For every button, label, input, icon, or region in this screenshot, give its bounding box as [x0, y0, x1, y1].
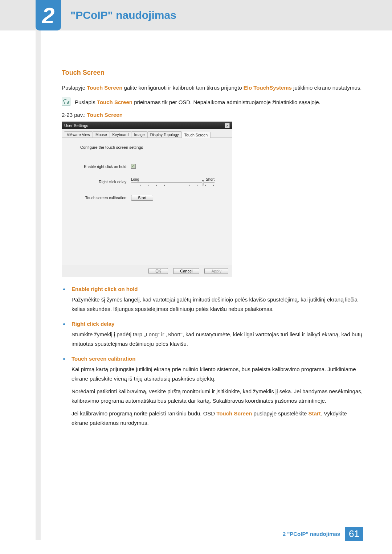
close-icon[interactable]: × — [225, 123, 230, 128]
highlight-start: Start — [309, 410, 321, 416]
highlight-touch-screen: Touch Screen — [87, 112, 123, 118]
row-calibration: Touch screen calibration: Start — [69, 195, 225, 201]
text: Puslapyje — [62, 85, 87, 91]
bullet-calibration: Touch screen calibration Kai pirmą kartą… — [62, 356, 363, 427]
slider-right-click-delay[interactable]: Long Short — [131, 177, 215, 186]
left-margin-stripe — [36, 30, 41, 540]
slider-track[interactable] — [131, 182, 215, 183]
text: prieinamas tik per OSD. Nepalaikoma admi… — [132, 99, 320, 105]
tab-mouse[interactable]: Mouse — [93, 131, 110, 138]
figure-caption: 2-23 pav.: Touch Screen — [62, 112, 363, 118]
text: galite konfigūruoti ir kalibruoti tam ti… — [122, 85, 244, 91]
bullet-title: Right click delay — [72, 321, 114, 327]
user-settings-dialog: User Settings × VMware View Mouse Keyboa… — [62, 122, 232, 277]
row-right-click-delay: Right click delay: Long Short — [69, 177, 225, 186]
highlight-touch-screen: Touch Screen — [87, 85, 122, 91]
page-footer: 2 "PCoIP" naudojimas 61 — [283, 527, 363, 541]
tab-image[interactable]: Image — [131, 131, 147, 138]
row-enable-right-click: Enable right click on hold: — [69, 164, 225, 169]
text: Jei kalibravimo programą norite paleisti… — [72, 410, 216, 416]
bullet-right-click-delay: Right click delay Stumkite žymeklį į pad… — [62, 321, 363, 348]
tab-display-topology[interactable]: Display Topology — [147, 131, 182, 138]
label-right-click-delay: Right click delay: — [69, 180, 131, 184]
dialog-section-heading: Configure the touch screen settings — [80, 145, 225, 149]
text: Norėdami patikrinti kalibravimą, veskite… — [72, 387, 363, 405]
bullet-dot-icon — [63, 358, 65, 360]
bullet-head: Touch screen calibration — [62, 356, 363, 362]
chapter-header: 2 "PCoIP" naudojimas — [0, 0, 392, 30]
dialog-titlebar: User Settings × — [62, 122, 232, 129]
start-button[interactable]: Start — [131, 195, 153, 201]
tab-row: VMware View Mouse Keyboard Image Display… — [62, 129, 232, 138]
dialog-footer: OK Cancel Apply — [62, 265, 232, 277]
slider-label-long: Long — [131, 177, 139, 181]
dialog-body: Configure the touch screen settings Enab… — [62, 138, 232, 265]
text: Puslapis — [75, 99, 97, 105]
footer-chapter-text: 2 "PCoIP" naudojimas — [283, 527, 345, 541]
bullet-dot-icon — [63, 288, 65, 290]
note: Puslapis Touch Screen prieinamas tik per… — [62, 98, 363, 107]
bullet-head: Right click delay — [62, 321, 363, 327]
apply-button[interactable]: Apply — [204, 268, 228, 274]
bullet-title: Enable right click on hold — [72, 286, 138, 292]
slider-label-short: Short — [206, 177, 215, 181]
note-text: Puslapis Touch Screen prieinamas tik per… — [75, 98, 320, 107]
section-heading: Touch Screen — [62, 69, 363, 77]
ok-button[interactable]: OK — [148, 268, 168, 274]
tab-keyboard[interactable]: Keyboard — [110, 131, 132, 138]
highlight-touch-screen: Touch Screen — [216, 410, 252, 416]
text: Jei kalibravimo programą norite paleisti… — [72, 409, 363, 427]
bullet-enable-right-click: Enable right click on hold Pažymėkite šį… — [62, 286, 363, 313]
note-icon — [62, 98, 70, 106]
chapter-title: "PCoIP" naudojimas — [70, 9, 176, 21]
text: jutiklinio ekrano nustatymus. — [292, 85, 362, 91]
label-calibration: Touch screen calibration: — [69, 196, 131, 200]
label-enable-right-click: Enable right click on hold: — [69, 164, 131, 169]
highlight-elo: Elo TouchSystems — [244, 85, 292, 91]
bullet-head: Enable right click on hold — [62, 286, 363, 292]
slider-thumb[interactable] — [202, 180, 204, 185]
chapter-number: 2 — [36, 0, 61, 30]
page-number: 61 — [345, 527, 363, 541]
bullet-dot-icon — [63, 323, 65, 325]
tab-touch-screen[interactable]: Touch Screen — [181, 132, 211, 138]
highlight-touch-screen: Touch Screen — [97, 99, 132, 105]
bullet-body: Kai pirmą kartą prijungsite jutiklinį ek… — [72, 365, 363, 427]
intro-paragraph: Puslapyje Touch Screen galite konfigūruo… — [62, 83, 363, 93]
bullet-title: Touch screen calibration — [72, 356, 135, 362]
text: puslapyje spustelėkite — [252, 410, 308, 416]
cancel-button[interactable]: Cancel — [173, 268, 199, 274]
bullet-body: Pažymėkite šį žymės langelį, kad vartoto… — [72, 295, 363, 313]
bullet-list: Enable right click on hold Pažymėkite šį… — [62, 286, 363, 427]
tab-vmware-view[interactable]: VMware View — [64, 131, 93, 138]
text: Stumkite žymeklį į padėtį tarp „Long" ir… — [72, 330, 363, 348]
checkbox-enable-right-click[interactable] — [131, 164, 136, 169]
text: Pažymėkite šį žymės langelį, kad vartoto… — [72, 295, 363, 313]
bullet-body: Stumkite žymeklį į padėtį tarp „Long" ir… — [72, 330, 363, 348]
dialog-title-text: User Settings — [64, 123, 88, 128]
text: Kai pirmą kartą prijungsite jutiklinį ek… — [72, 365, 363, 383]
main-content: Touch Screen Puslapyje Touch Screen gali… — [62, 69, 363, 435]
text: 2-23 pav.: — [62, 112, 87, 118]
